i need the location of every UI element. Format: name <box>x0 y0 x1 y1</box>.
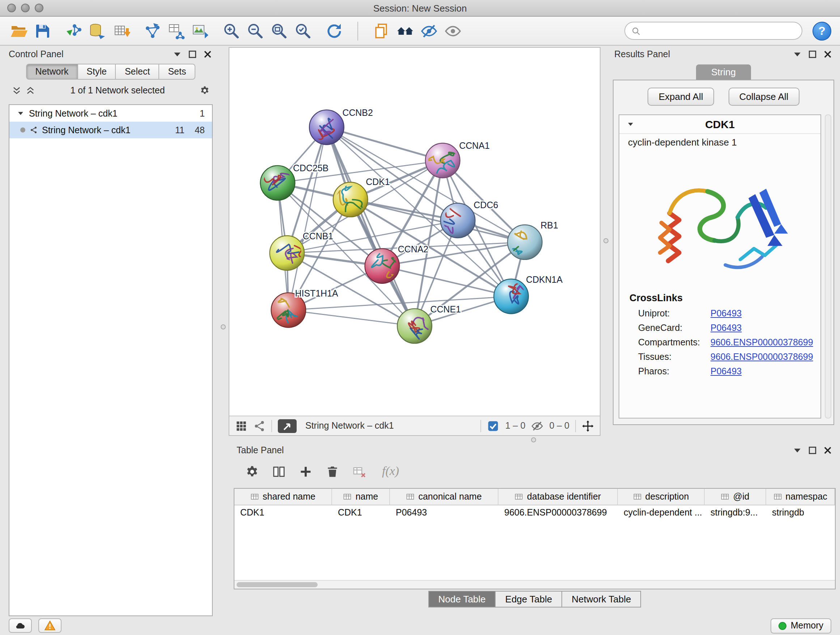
crosslink-link[interactable]: P06493 <box>711 309 742 318</box>
network-edge[interactable] <box>288 127 327 310</box>
panel-close-icon[interactable] <box>823 49 833 59</box>
network-canvas[interactable]: CCNB2CCNA1CDC25BCDK1CDC6RB1CCNB1CCNA2CDK… <box>229 48 600 416</box>
tab-style[interactable]: Style <box>78 64 116 80</box>
memory-button[interactable]: Memory <box>771 618 831 633</box>
expand-all-button[interactable]: Expand All <box>648 88 714 106</box>
crosslink-link[interactable]: 9606.ENSP00000378699 <box>711 337 813 348</box>
table-row[interactable]: CDK1CDK1P064939606.ENSP00000378699cyclin… <box>234 505 835 521</box>
import-network-from-database-button[interactable] <box>88 21 108 41</box>
cloud-button[interactable] <box>9 618 32 633</box>
hidden-eye-icon[interactable] <box>531 420 543 432</box>
network-edge[interactable] <box>288 310 415 326</box>
network-options-gear-icon[interactable] <box>200 86 210 96</box>
network-graph[interactable]: CCNB2CCNA1CDC25BCDK1CDC6RB1CCNB1CCNA2CDK… <box>229 48 600 416</box>
pan-crosshair-icon[interactable] <box>582 420 594 432</box>
splitter-handle[interactable] <box>531 437 536 442</box>
panel-close-icon[interactable] <box>823 445 833 455</box>
panel-menu-icon[interactable] <box>172 49 182 59</box>
panel-float-icon[interactable] <box>807 445 818 455</box>
column-header-namespac[interactable]: namespac <box>766 489 835 505</box>
show-columns-icon[interactable] <box>272 464 286 478</box>
column-header-shared-name[interactable]: shared name <box>234 489 332 505</box>
zoom-out-button[interactable] <box>245 21 265 41</box>
network-node-ccnb2[interactable]: CCNB2 <box>309 108 373 145</box>
zoom-fit-button[interactable] <box>269 21 289 41</box>
window-zoom-button[interactable] <box>35 4 43 12</box>
column-header-name[interactable]: name <box>332 489 390 505</box>
network-and-table-button[interactable] <box>166 21 187 41</box>
crosslink-link[interactable]: 9606.ENSP00000378699 <box>711 352 813 362</box>
network-overview-icon[interactable] <box>253 420 265 432</box>
panel-close-icon[interactable] <box>202 49 213 59</box>
network-node-rb1[interactable]: RB1 <box>508 220 558 270</box>
table-cell[interactable]: P06493 <box>390 505 499 521</box>
tab-select[interactable]: Select <box>116 64 159 80</box>
save-session-button[interactable] <box>33 21 53 41</box>
hide-selected-button[interactable] <box>419 21 439 41</box>
table-cell[interactable]: stringdb:9... <box>705 505 766 521</box>
column-header-canonical-name[interactable]: canonical name <box>390 489 499 505</box>
scrollbar-thumb[interactable] <box>237 582 317 587</box>
open-in-new-window-button[interactable] <box>278 419 297 432</box>
crosslink-link[interactable]: P06493 <box>711 323 742 333</box>
network-node-cdkn1a[interactable]: CDKN1A <box>494 274 562 314</box>
table-cell[interactable]: CDK1 <box>234 505 332 521</box>
search-box[interactable] <box>624 22 802 40</box>
table-cell[interactable]: stringdb <box>766 505 835 521</box>
collapse-all-button[interactable]: Collapse All <box>729 88 799 106</box>
panel-menu-icon[interactable] <box>792 445 802 455</box>
tab-network-table[interactable]: Network Table <box>562 591 641 608</box>
network-collection-row[interactable]: String Network – cdk1 1 <box>9 105 212 122</box>
network-node-cdc25b[interactable]: CDC25B <box>261 163 329 200</box>
refresh-button[interactable] <box>324 21 344 41</box>
table-settings-gear-icon[interactable] <box>245 464 259 478</box>
results-scrollbar[interactable] <box>825 114 831 418</box>
splitter-handle[interactable] <box>221 325 226 329</box>
zoom-selected-button[interactable] <box>293 21 313 41</box>
export-image-button[interactable] <box>190 21 210 41</box>
table-cell[interactable]: cyclin-dependent ... <box>618 505 705 521</box>
warnings-button[interactable] <box>38 618 62 633</box>
homes-button[interactable] <box>395 21 415 41</box>
add-column-icon[interactable] <box>299 464 313 478</box>
tab-node-table[interactable]: Node Table <box>428 591 496 608</box>
table-hscrollbar[interactable] <box>234 580 835 589</box>
network-row[interactable]: String Network – cdk1 11 48 <box>9 122 212 138</box>
collection-expander-icon[interactable] <box>17 109 25 117</box>
splitter-handle[interactable] <box>603 238 608 243</box>
collapse-tree-icon[interactable] <box>11 86 22 96</box>
window-close-button[interactable] <box>7 4 16 12</box>
window-minimize-button[interactable] <box>21 4 30 12</box>
import-network-from-file-button[interactable] <box>64 21 84 41</box>
selected-checkbox-icon[interactable] <box>487 420 500 432</box>
table-cell[interactable]: 9606.ENSP00000378699 <box>499 505 618 521</box>
delete-column-icon[interactable] <box>325 464 339 478</box>
crosslink-link[interactable]: P06493 <box>711 366 742 377</box>
import-table-button[interactable] <box>111 21 132 41</box>
panel-menu-icon[interactable] <box>792 49 802 59</box>
help-button[interactable]: ? <box>813 21 831 40</box>
new-network-button[interactable] <box>142 21 163 41</box>
table-cell[interactable]: CDK1 <box>332 505 390 521</box>
panel-float-icon[interactable] <box>807 49 818 59</box>
panel-float-icon[interactable] <box>187 49 197 59</box>
open-session-button[interactable] <box>9 21 29 41</box>
tab-string[interactable]: String <box>696 65 751 80</box>
search-input[interactable] <box>645 26 796 36</box>
network-node-ccnb1[interactable]: CCNB1 <box>270 231 333 271</box>
tab-network[interactable]: Network <box>26 64 78 80</box>
column-header-database-identifier[interactable]: database identifier <box>499 489 618 505</box>
column-header-description[interactable]: description <box>618 489 705 505</box>
documents-button[interactable] <box>371 21 392 41</box>
gene-expander-icon[interactable] <box>627 120 635 128</box>
network-node-ccna1[interactable]: CCNA1 <box>425 141 490 178</box>
network-edge[interactable] <box>382 266 511 296</box>
function-builder-icon[interactable]: f(x) <box>382 464 399 478</box>
tab-sets[interactable]: Sets <box>159 64 195 80</box>
tab-edge-table[interactable]: Edge Table <box>496 591 562 608</box>
column-header--id[interactable]: @id <box>705 489 766 505</box>
birdseye-view-icon[interactable] <box>235 420 248 432</box>
expand-tree-icon[interactable] <box>25 86 35 96</box>
network-edge[interactable] <box>327 127 415 326</box>
zoom-in-button[interactable] <box>221 21 242 41</box>
